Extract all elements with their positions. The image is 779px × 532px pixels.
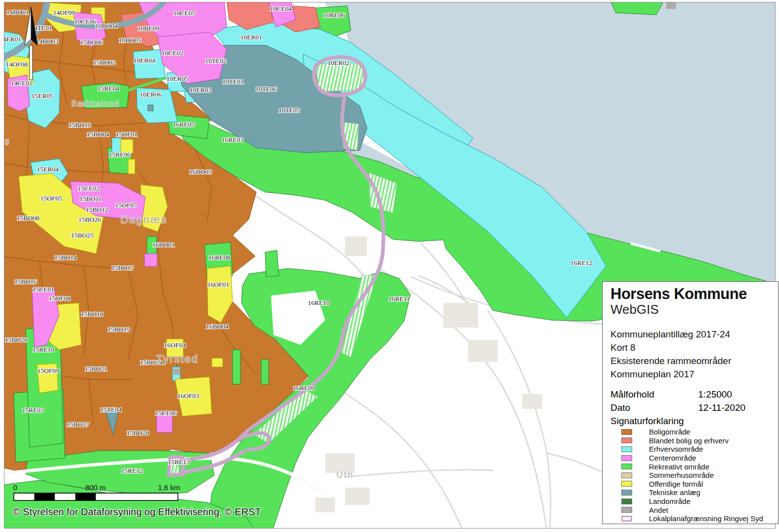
- place-label: ng: [0, 136, 10, 145]
- zone-label: 16BO05: [189, 168, 212, 175]
- zone-label: 14BO01: [6, 8, 29, 16]
- zone-label: 16RE12: [571, 259, 592, 266]
- zone-label: 16BO04: [206, 323, 229, 330]
- webgis-map-view: 14BO0114OF0910CE0610BO0410BE0910CE0510CE…: [0, 0, 779, 532]
- legend-item-label: Rekreativt område: [649, 463, 710, 471]
- legend-swatch: [621, 437, 632, 443]
- legend-item: Sommerhusområde: [610, 471, 778, 480]
- zone-label: 15OF01: [116, 131, 137, 138]
- zone-label: 15OF09: [37, 367, 60, 374]
- zone-label: 15BO12: [86, 206, 108, 213]
- legend-title: Signaturforklaring: [610, 414, 778, 428]
- legend-item: Boligområde: [610, 428, 778, 436]
- legend-swatch: [621, 516, 632, 522]
- zone-label: 15RE13: [168, 458, 190, 466]
- zone-label: 10ER02: [328, 59, 349, 66]
- legend-swatch: [621, 464, 632, 469]
- copyright-text: © Styrelsen for Dataforsyning og Effekti…: [13, 506, 261, 517]
- zone-label: 10TE02: [205, 57, 227, 65]
- legend-swatch: [621, 472, 632, 478]
- zone-label: 15BO14: [54, 254, 77, 261]
- zone-label: 10BO05: [119, 36, 141, 44]
- legend-swatch: [621, 429, 632, 435]
- legend-item-label: Andet: [649, 506, 668, 514]
- zone-label: 15OF08: [49, 295, 71, 302]
- zone-label: 14OF09: [53, 9, 75, 16]
- map-meta: Målforhold 1:25000 Dato 12-11-2020 Signa…: [610, 388, 778, 428]
- plan-line: Kort 8: [610, 341, 778, 354]
- zone-label: 16RE08: [208, 254, 231, 261]
- zone-label: 14ER01: [0, 35, 21, 43]
- zone-label: 16RE11: [388, 295, 410, 302]
- zone-label: 15BO21: [85, 365, 107, 372]
- zone-label: 16RE09: [293, 384, 315, 392]
- zone-label: 15BO08: [17, 214, 39, 222]
- place-label: Dagnæs: [120, 213, 167, 226]
- plan-line: Kommuneplan 2017: [610, 367, 778, 381]
- plan-info: Kommuneplantillæg 2017-24 Kort 8 Eksiste…: [610, 328, 778, 381]
- legend-item-label: Lokalplanafgrænsning Ringvej Syd: [649, 514, 763, 523]
- zone-label: 15BO27: [67, 421, 89, 428]
- legend-item-label: Erhvervsområde: [649, 445, 703, 453]
- place-label: Bækkelund: [71, 100, 120, 108]
- zone-label: 10ER06: [140, 91, 162, 98]
- zone-label: 15BO11: [79, 195, 102, 202]
- legend-item-label: Centerområde: [649, 454, 696, 462]
- zone-label: 15RE04: [98, 85, 120, 92]
- legend-item: Rekreativt område: [610, 462, 778, 471]
- legend-item-label: Sommerhusområde: [649, 471, 714, 479]
- zone-label: 15BO26: [78, 216, 101, 223]
- legend-swatch: [621, 446, 632, 452]
- zone-label: 15OF05: [40, 195, 63, 202]
- date-label: Dato: [610, 401, 698, 414]
- zone-label: 15RE06: [109, 151, 131, 158]
- zone-label: 14OF08: [6, 61, 28, 68]
- zone-label: 10ER05: [167, 75, 189, 82]
- plan-line: Kommuneplantillæg 2017-24: [610, 328, 778, 341]
- zone-label: 10CE02: [162, 49, 183, 57]
- zone-label: 10RE06: [323, 11, 345, 19]
- zone-label: 16RE10: [308, 299, 330, 306]
- scale-end-label: 1,6 km: [158, 483, 180, 492]
- zone-label: 16BO01: [152, 241, 175, 248]
- legend-item: Blandet bolig og erhverv: [610, 436, 778, 445]
- zone-label: 15BO04: [87, 131, 109, 138]
- legend-list: Boligområde Blandet bolig og erhverv Erh…: [610, 428, 778, 523]
- plan-line: Eksisterende rammeområder: [610, 354, 778, 367]
- zone-label: 15ER04: [37, 166, 59, 173]
- zone-label: 15BO18: [81, 310, 103, 318]
- zone-label: 16OF03: [177, 392, 200, 399]
- legend-item: Centerområde: [610, 454, 778, 463]
- zone-label: 15RE10: [33, 346, 55, 353]
- horsens-kommune-logo: Horsens Kommune: [610, 286, 778, 302]
- legend-item: Tekniske anlæg: [610, 488, 778, 497]
- date-row: Dato 12-11-2020: [610, 401, 778, 414]
- legend-item-label: Boligområde: [649, 428, 690, 436]
- zone-label: 14CE02: [11, 79, 33, 87]
- legend-item: Erhvervsområde: [610, 445, 778, 454]
- zone-label: 15TE04: [100, 406, 122, 413]
- zone-label: 15BO06: [80, 38, 103, 46]
- legend-swatch: [621, 507, 632, 513]
- legend-item-label: Landområde: [649, 497, 690, 505]
- zone-label: 15BO10: [68, 121, 91, 129]
- zone-label: 15RE12: [121, 467, 143, 474]
- scale-row: Målforhold 1:25000: [610, 388, 778, 401]
- legend-swatch: [621, 499, 632, 504]
- zone-label: 10CE06: [74, 18, 97, 25]
- scale-middle-label: 800 m: [85, 483, 106, 492]
- zone-label: 10TE06: [255, 85, 277, 93]
- zone-label: 15RE03: [22, 406, 44, 414]
- info-legend-panel: Horsens Kommune WebGIS Kommuneplantillæg…: [602, 281, 779, 524]
- date-value: 12-11-2020: [698, 401, 745, 414]
- zone-label: 16OF01: [207, 281, 229, 288]
- zone-label: 10ER03: [190, 86, 212, 94]
- zone-label: 15ER05: [32, 92, 54, 100]
- zone-label: 16OF04: [164, 341, 186, 349]
- zone-label: 15BO02: [93, 59, 116, 66]
- zone-label: 15CE01: [33, 286, 54, 293]
- zone-label: 10CE04: [270, 5, 292, 12]
- zone-label: 15BO16: [14, 278, 37, 285]
- zone-label: 10CE05: [173, 9, 196, 17]
- zone-label: 10ER01: [240, 33, 262, 41]
